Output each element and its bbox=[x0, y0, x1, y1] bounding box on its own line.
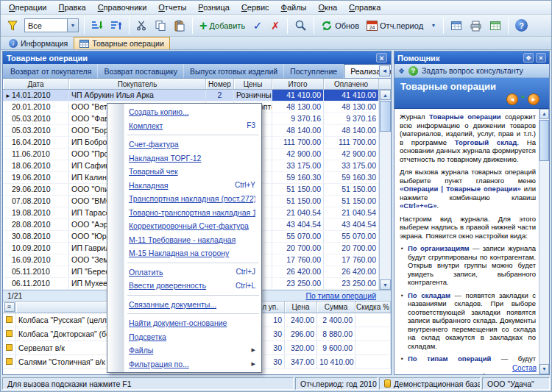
menu-item-edit[interactable]: Правка bbox=[52, 2, 91, 13]
period-dropdown-button[interactable]: ▼ bbox=[428, 17, 439, 35]
delete-button[interactable]: ✗ bbox=[267, 17, 283, 35]
context-menu-item-label: Накладная ТОРГ-12 bbox=[129, 154, 255, 163]
date-cell: 07.08.2010 bbox=[3, 196, 69, 207]
context-menu-item-waybill-torg12[interactable]: Накладная ТОРГ-12 bbox=[107, 152, 261, 165]
shortcut-label: Ctrl+J bbox=[236, 268, 255, 276]
shortcut-label: Ctrl+L bbox=[236, 282, 255, 290]
menu-item-windows[interactable]: Окна bbox=[313, 2, 344, 13]
scroll-down-button[interactable]: ▼ bbox=[539, 364, 549, 374]
tab-information[interactable]: i Информация bbox=[3, 37, 74, 49]
scroll-thumb[interactable] bbox=[539, 120, 549, 161]
table-icon bbox=[450, 20, 462, 32]
context-menu-item-find-base-document[interactable]: Найти документ-основание bbox=[107, 316, 261, 330]
context-menu-item-transport-waybill[interactable]: Транспортная накладная (пост.272) bbox=[107, 192, 261, 206]
item-icon-cell bbox=[3, 341, 16, 354]
scroll-up-button[interactable]: ▲ bbox=[380, 90, 391, 100]
paid-cell: 21 040.54 bbox=[324, 207, 379, 218]
total-cell: 51 150.00 bbox=[272, 184, 324, 195]
operation-tab-receipt[interactable]: Поступление bbox=[284, 64, 344, 78]
paid-cell: 111 700.00 bbox=[324, 137, 379, 148]
context-menu-item-create-copy[interactable]: Создать копию... bbox=[107, 105, 261, 119]
refresh-button[interactable]: Обнов bbox=[318, 17, 362, 35]
menu-item-service[interactable]: Сервис bbox=[236, 2, 275, 13]
status-bar: Для вызова подсказки нажмите F1 Отч.пери… bbox=[1, 377, 551, 391]
application-window: ОперацииПравкаСправочникиОтчетыРозницаСе… bbox=[0, 0, 552, 392]
previous-topic-button[interactable]: ◄ bbox=[506, 93, 518, 105]
cut-button[interactable] bbox=[133, 17, 150, 35]
context-menu-item-invoice[interactable]: Счет-фактура bbox=[107, 138, 261, 152]
composition-link[interactable]: Состав bbox=[512, 364, 537, 373]
search-button[interactable] bbox=[291, 17, 310, 35]
view-by-operation-type-link[interactable]: По типам операций bbox=[306, 291, 376, 300]
chevron-down-icon[interactable]: ▼ bbox=[67, 19, 78, 32]
grid-column-header-1[interactable]: Покупатель bbox=[69, 79, 206, 89]
context-menu-item-files[interactable]: Файлы▶ bbox=[107, 343, 261, 357]
context-menu-item-enter-power-of-attorney[interactable]: Ввести доверенностьCtrl+L bbox=[107, 279, 261, 293]
operation-tab-return-to-supplier[interactable]: Возврат поставщику bbox=[98, 64, 184, 78]
menu-item-references[interactable]: Справочники bbox=[92, 2, 153, 13]
filter-button[interactable] bbox=[4, 17, 21, 35]
filter-select-value: Все bbox=[25, 21, 67, 30]
sort-descending-button[interactable] bbox=[107, 17, 125, 35]
tab-goods-operations[interactable]: Товарные операции bbox=[74, 37, 169, 49]
grid-column-header-3[interactable]: Цены bbox=[234, 79, 272, 89]
menu-item-help[interactable]: Справка bbox=[343, 2, 386, 13]
grid-vertical-scrollbar[interactable]: ▲ ▼ bbox=[379, 90, 391, 290]
copy-button[interactable] bbox=[152, 17, 169, 35]
status-hint-text: Для вызова подсказки нажмите F1 bbox=[7, 379, 132, 388]
context-menu-item-waybill[interactable]: НакладнаяCtrl+Y bbox=[107, 179, 261, 193]
context-menu-item-label: Накладная bbox=[129, 181, 229, 190]
grid-column-header-0[interactable]: Дата bbox=[3, 79, 69, 89]
menu-item-operations[interactable]: Операции bbox=[3, 2, 52, 13]
next-topic-button[interactable]: ► bbox=[528, 93, 539, 105]
menu-item-reports[interactable]: Отчеты bbox=[152, 2, 192, 13]
items-column-header-3[interactable]: Сумма bbox=[317, 302, 355, 313]
context-menu-item-filter-by[interactable]: Фильтрация по...▶ bbox=[107, 357, 261, 371]
context-menu-item-sales-receipt[interactable]: Товарный чек bbox=[107, 165, 261, 179]
context-menu-item-corrective-invoice[interactable]: Корректировочный Счет-фактура bbox=[107, 219, 261, 233]
help-button[interactable]: ? bbox=[512, 17, 531, 35]
worksheet-button[interactable] bbox=[486, 17, 504, 35]
context-menu-item-m11-demand-waybill[interactable]: М-11 Требование - накладная bbox=[107, 233, 261, 247]
context-menu-item-kit[interactable]: КомплектF3 bbox=[107, 119, 261, 133]
scroll-down-button[interactable]: ▼ bbox=[380, 279, 391, 290]
close-assistant-button[interactable]: × bbox=[536, 53, 546, 63]
context-menu-item-goods-transport-waybill[interactable]: Товарно-транспортная накладная 1-Т bbox=[107, 206, 261, 220]
sort-ascending-button[interactable] bbox=[88, 17, 106, 35]
grid-column-header-4[interactable]: Итого bbox=[272, 79, 324, 89]
context-menu-item-label: М-15 Накладная на сторону bbox=[129, 249, 255, 257]
funnel-icon bbox=[7, 20, 18, 31]
close-window-button[interactable]: × bbox=[376, 53, 387, 63]
context-menu-item-label: М-11 Требование - накладная bbox=[129, 235, 255, 244]
grid-column-header-2[interactable]: Номер bbox=[206, 79, 234, 89]
assistant-scrollbar[interactable]: ▲ ▼ bbox=[539, 109, 549, 374]
grid-column-header-5[interactable]: Оплачено bbox=[324, 79, 379, 89]
bullet-icon: ▪ bbox=[401, 291, 408, 351]
filter-select[interactable]: Все ▼ bbox=[24, 18, 79, 32]
menu-item-retail[interactable]: Розница bbox=[192, 2, 236, 13]
dock-icon[interactable]: ❖ bbox=[523, 53, 534, 63]
items-menu-button[interactable]: ≡ bbox=[4, 302, 15, 312]
operation-tab-return-from-buyer[interactable]: Возврат от покупателя bbox=[4, 64, 98, 78]
items-column-header-4[interactable]: Скидка % bbox=[355, 302, 391, 313]
context-menu-item-linked-documents[interactable]: Связанные документы... bbox=[107, 298, 261, 312]
print-button[interactable] bbox=[467, 17, 485, 35]
tab-scroll-left-button[interactable]: ◄ bbox=[379, 65, 390, 76]
text-run: Настроим вид журнала. Для этого выберем … bbox=[400, 215, 536, 240]
context-menu-item-m15-outbound-waybill[interactable]: М-15 Накладная на сторону bbox=[107, 246, 261, 260]
confirm-button[interactable]: ✓ bbox=[250, 17, 266, 35]
report-period-button[interactable]: 24 Отч.период bbox=[364, 17, 426, 35]
journal-button[interactable] bbox=[447, 17, 465, 35]
toolbar-separator bbox=[129, 18, 130, 34]
menu-item-files[interactable]: Файлы bbox=[275, 2, 313, 13]
context-menu-item-highlight[interactable]: Подсветка bbox=[107, 330, 261, 344]
context-menu-item-pay[interactable]: ОплатитьCtrl+J bbox=[107, 266, 261, 279]
scroll-up-button[interactable]: ▲ bbox=[539, 109, 549, 119]
scroll-thumb[interactable] bbox=[380, 101, 391, 132]
operation-tab-finished-goods-output[interactable]: Выпуск готовых изделий bbox=[184, 64, 284, 78]
ask-consultant-button[interactable]: ❖ ? Задать вопрос консультанту bbox=[394, 64, 549, 78]
add-button[interactable]: + Добавить bbox=[197, 17, 248, 35]
paste-button[interactable] bbox=[171, 17, 188, 35]
items-column-header-2[interactable]: Цена bbox=[285, 302, 317, 313]
table-row[interactable]: ►14.01.2010ЧП Абрукин Илья Арка2Розничны… bbox=[3, 90, 379, 101]
